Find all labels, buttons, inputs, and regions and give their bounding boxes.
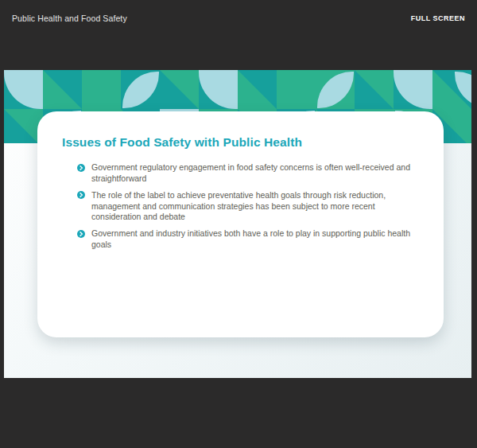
pattern-tile [4, 70, 43, 109]
pattern-tile [121, 70, 160, 109]
chevron-circle-icon [77, 191, 85, 199]
bullet-list: Government regulatory engagement in food… [77, 162, 411, 251]
bullet-text: The role of the label to achieve prevent… [91, 190, 411, 224]
fullscreen-button[interactable]: FULL SCREEN [411, 14, 465, 22]
pattern-tile [355, 70, 394, 109]
chevron-circle-icon [77, 230, 85, 238]
list-item: Government and industry initiatives both… [77, 228, 411, 251]
chevron-circle-icon [77, 164, 85, 172]
pattern-tile [277, 70, 316, 109]
player-control-bar [0, 378, 477, 448]
bullet-text: Government and industry initiatives both… [91, 228, 411, 251]
pattern-tile [82, 70, 121, 109]
pattern-tile [160, 70, 199, 109]
slide-stage: Issues of Food Safety with Public Health… [4, 70, 471, 378]
list-item: The role of the label to achieve prevent… [77, 190, 411, 224]
pattern-tile [43, 70, 82, 109]
pattern-tile [316, 70, 355, 109]
pattern-tile [199, 70, 238, 109]
top-bar: Public Health and Food Safety FULL SCREE… [0, 0, 477, 36]
course-title: Public Health and Food Safety [12, 14, 127, 23]
pattern-tile [238, 70, 277, 109]
slide-card: Issues of Food Safety with Public Health… [37, 111, 444, 337]
pattern-tile [394, 70, 432, 109]
pattern-tile [432, 70, 471, 109]
slide-title: Issues of Food Safety with Public Health [62, 135, 302, 150]
bullet-text: Government regulatory engagement in food… [91, 162, 411, 185]
list-item: Government regulatory engagement in food… [77, 162, 411, 185]
